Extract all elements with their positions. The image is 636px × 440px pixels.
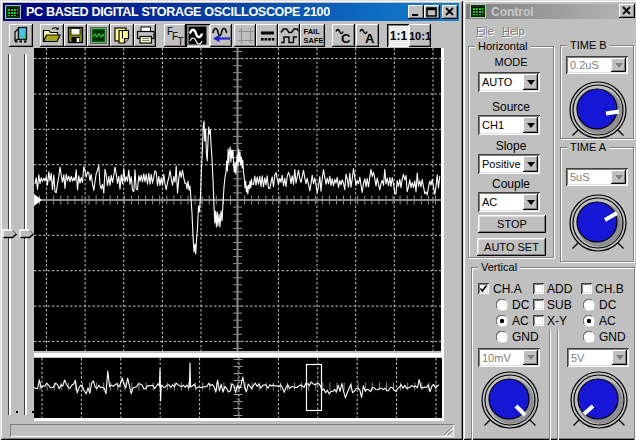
svg-text:10:1: 10:1 (409, 30, 431, 42)
svg-text:SAFE: SAFE (304, 36, 324, 45)
svg-text:A: A (365, 31, 375, 46)
svg-text:C: C (341, 31, 351, 46)
svg-text:T: T (178, 36, 184, 47)
svg-text:1:1: 1:1 (390, 29, 408, 43)
